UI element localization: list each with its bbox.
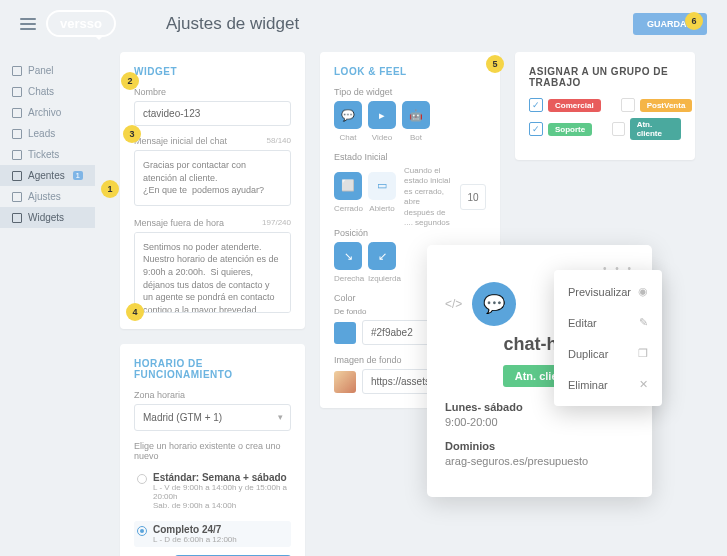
nav-tickets[interactable]: Tickets [0, 144, 95, 165]
menu-edit[interactable]: Editar✎ [554, 307, 662, 338]
brand-logo: versso [46, 10, 116, 37]
state-delay-input[interactable] [460, 184, 486, 210]
msg-away-textarea[interactable]: Sentimos no poder atenderte. Nuestro hor… [134, 232, 291, 313]
nav-leads[interactable]: Leads [0, 123, 95, 144]
radio-icon [137, 474, 147, 484]
page-title: Ajustes de widget [166, 14, 299, 34]
state-open[interactable]: ▭ [368, 172, 396, 200]
eye-icon: ◉ [638, 285, 648, 298]
group-postventa[interactable]: ✓PostVenta [621, 98, 693, 112]
group-atencion[interactable]: ✓Atn. cliente [612, 118, 681, 140]
step-badge-5: 5 [486, 55, 504, 73]
msg-init-label: Mensaje inicial del chat58/140 [134, 136, 291, 146]
nav-widgets[interactable]: Widgets [0, 207, 95, 228]
tz-select[interactable]: Madrid (GTM + 1) [134, 404, 291, 431]
look-title: LOOK & FEEL [334, 66, 486, 77]
pos-label: Posición [334, 228, 486, 238]
tickets-icon [12, 150, 22, 160]
msg-away-counter: 197/240 [262, 218, 291, 227]
nav-panel[interactable]: Panel [0, 60, 95, 81]
menu-duplicate[interactable]: Duplicar❐ [554, 338, 662, 369]
hours-value: 9:00-20:00 [445, 416, 634, 428]
widget-title: WIDGET [134, 66, 291, 77]
type-chat[interactable]: 💬 [334, 101, 362, 129]
state-desc: Cuando el estado inicial es cerrado, abr… [404, 166, 452, 228]
sidebar: Panel Chats Archivo Leads Tickets Agente… [0, 55, 95, 233]
group-soporte[interactable]: ✓Soporte [529, 118, 592, 140]
nav-agentes[interactable]: Agentes1 [0, 165, 95, 186]
checkbox-icon: ✓ [529, 98, 543, 112]
type-label: Tipo de widget [334, 87, 486, 97]
state-closed[interactable]: ⬜ [334, 172, 362, 200]
schedule-card: HORARIO DE FUNCIONAMIENTO Zona horaria M… [120, 344, 305, 556]
name-label: Nombre [134, 87, 291, 97]
settings-icon [12, 192, 22, 202]
nav-ajustes[interactable]: Ajustes [0, 186, 95, 207]
chat-bubble-icon: 💬 [472, 282, 516, 326]
name-input[interactable] [134, 101, 291, 126]
assign-card: ASIGNAR A UN GRUPO DE TRABAJO ✓Comercial… [515, 52, 695, 160]
panel-icon [12, 66, 22, 76]
step-badge-1: 1 [101, 180, 119, 198]
hamburger-icon[interactable] [20, 18, 36, 30]
choose-label: Elige un horario existente o crea uno nu… [134, 441, 291, 461]
assign-title: ASIGNAR A UN GRUPO DE TRABAJO [529, 66, 681, 88]
schedule-opt-247[interactable]: Completo 24/7L - D de 6:00h a 12:00h [134, 521, 291, 547]
tz-label: Zona horaria [134, 390, 291, 400]
type-bot[interactable]: 🤖 [402, 101, 430, 129]
context-menu: Previsualizar◉ Editar✎ Duplicar❐ Elimina… [554, 270, 662, 406]
schedule-opt-standard[interactable]: Estándar: Semana + sábadoL - V de 9:00h … [134, 469, 291, 513]
close-icon: ✕ [639, 378, 648, 391]
menu-preview[interactable]: Previsualizar◉ [554, 276, 662, 307]
step-badge-4: 4 [126, 303, 144, 321]
checkbox-icon: ✓ [612, 122, 624, 136]
step-badge-3: 3 [123, 125, 141, 143]
copy-icon: ❐ [638, 347, 648, 360]
topbar: versso Ajustes de widget GUARDAR [0, 0, 727, 47]
menu-delete[interactable]: Eliminar✕ [554, 369, 662, 400]
agents-icon [12, 171, 22, 181]
nav-badge: 1 [73, 171, 83, 180]
widget-card: WIDGET Nombre Mensaje inicial del chat58… [120, 52, 305, 329]
pencil-icon: ✎ [639, 316, 648, 329]
domains-value: arag-seguros.es/presupuesto [445, 455, 634, 467]
leads-icon [12, 129, 22, 139]
step-badge-2: 2 [121, 72, 139, 90]
msg-init-counter: 58/140 [267, 136, 291, 145]
msg-init-textarea[interactable]: Gracias por contactar con atención al cl… [134, 150, 291, 206]
checkbox-icon: ✓ [621, 98, 635, 112]
group-comercial[interactable]: ✓Comercial [529, 98, 601, 112]
nav-chats[interactable]: Chats [0, 81, 95, 102]
bg-avatar[interactable] [334, 371, 356, 393]
pos-left[interactable]: ↙ [368, 242, 396, 270]
step-badge-6: 6 [685, 12, 703, 30]
color-swatch[interactable] [334, 322, 356, 344]
archive-icon [12, 108, 22, 118]
type-video[interactable]: ▸ [368, 101, 396, 129]
chats-icon [12, 87, 22, 97]
pos-right[interactable]: ↘ [334, 242, 362, 270]
domains-label: Dominios [445, 440, 634, 452]
state-label: Estado Inicial [334, 152, 486, 162]
radio-icon [137, 526, 147, 536]
widgets-icon [12, 213, 22, 223]
msg-away-label: Mensaje fuera de hora197/240 [134, 218, 291, 228]
checkbox-icon: ✓ [529, 122, 543, 136]
code-icon: </> [445, 297, 462, 311]
schedule-title: HORARIO DE FUNCIONAMIENTO [134, 358, 291, 380]
nav-archivo[interactable]: Archivo [0, 102, 95, 123]
